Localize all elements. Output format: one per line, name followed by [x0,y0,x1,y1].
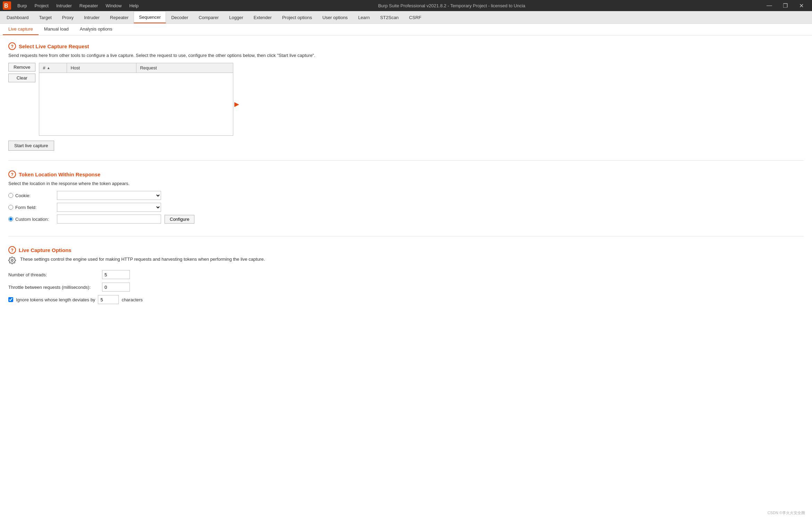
tab-dashboard[interactable]: Dashboard [1,11,34,23]
token-location-section: ? Token Location Within Response Select … [8,170,804,236]
live-capture-options-section: ? Live Capture Options These settings co… [8,246,804,314]
col-host[interactable]: Host [67,63,136,73]
section-title-capture: Select Live Capture Request [19,43,89,49]
section-desc-options: These settings control the engine used f… [20,257,265,262]
menu-help[interactable]: Help [126,2,142,10]
menu-window[interactable]: Window [102,2,125,10]
configure-button[interactable]: Configure [165,215,194,224]
remove-button[interactable]: Remove [8,63,35,72]
cookie-dropdown[interactable] [57,191,161,200]
content-area: ? Select Live Capture Request Send reque… [0,35,812,519]
tab-logger[interactable]: Logger [224,11,248,23]
cookie-label-text: Cookie: [15,193,31,198]
help-icon-token[interactable]: ? [8,170,16,178]
tab-user-options[interactable]: User options [317,11,353,23]
threads-label: Number of threads: [8,272,99,277]
section-title-options: Live Capture Options [19,247,72,253]
gear-icon [8,257,16,264]
menu-burp[interactable]: Burp [14,2,30,10]
window-title: Burp Suite Professional v2021.8.2 - Temp… [142,3,761,8]
token-custom-row: Custom location: Configure [8,215,804,224]
threads-row: Number of threads: [8,270,804,279]
tab-learn[interactable]: Learn [353,11,375,23]
sort-arrow-icon: ▲ [47,66,50,70]
start-live-capture-button[interactable]: Start live capture [8,141,54,151]
tab-comparer[interactable]: Comparer [193,11,224,23]
section-header-options: ? Live Capture Options [8,246,804,254]
orange-arrow-icon: ▶ [234,100,239,108]
ignore-tokens-suffix: characters [122,297,143,302]
menu-repeater[interactable]: Repeater [76,2,101,10]
ignore-tokens-label: Ignore tokens whose length deviates by [16,297,95,302]
token-formfield-row: Form field: [8,203,804,212]
start-capture-area: Start live capture [8,141,804,151]
capture-table-area: Remove Clear # ▲ Host Request [8,63,804,136]
table-body: ▶ [39,73,233,135]
tab-intruder[interactable]: Intruder [79,11,105,23]
tab-st2scan[interactable]: ST2Scan [375,11,404,23]
gear-icon-wrap [8,257,16,264]
menu-project[interactable]: Project [31,2,52,10]
section-desc-capture: Send requests here from other tools to c… [8,53,804,58]
capture-table-buttons: Remove Clear [8,63,35,82]
burp-logo-icon: B [3,1,11,10]
col-request-label: Request [140,65,157,70]
tab-project-options[interactable]: Project options [277,11,317,23]
section-title-token: Token Location Within Response [19,171,100,177]
tab-decoder[interactable]: Decoder [166,11,193,23]
svg-point-2 [11,259,13,261]
token-cookie-row: Cookie: [8,191,804,200]
window-controls: — ❐ ✕ [761,0,809,11]
ignore-tokens-row: Ignore tokens whose length deviates by c… [8,295,804,304]
section-header-token: ? Token Location Within Response [8,170,804,178]
minimize-button[interactable]: — [761,0,777,11]
cookie-radio[interactable] [8,193,13,198]
custom-label[interactable]: Custom location: [8,217,53,222]
options-form: Number of threads: Throttle between requ… [8,270,804,304]
tab-proxy[interactable]: Proxy [57,11,79,23]
clear-button[interactable]: Clear [8,74,35,82]
col-hash-label: # [43,65,45,70]
ignore-tokens-checkbox[interactable] [8,297,13,302]
menu-intruder[interactable]: Intruder [53,2,75,10]
ignore-tokens-input[interactable] [98,295,119,304]
throttle-row: Throttle between requests (milliseconds)… [8,283,804,292]
section-desc-token: Select the location in the response wher… [8,181,804,186]
close-button[interactable]: ✕ [793,0,809,11]
tab-sequencer[interactable]: Sequencer [134,11,166,23]
formfield-label[interactable]: Form field: [8,205,53,210]
formfield-dropdown[interactable] [57,203,161,212]
maximize-button[interactable]: ❐ [777,0,793,11]
title-bar: B Burp Project Intruder Repeater Window … [0,0,812,11]
help-icon-options[interactable]: ? [8,246,16,254]
subtab-live-capture[interactable]: Live capture [3,24,39,35]
formfield-label-text: Form field: [15,205,36,210]
tab-target[interactable]: Target [34,11,57,23]
tab-extender[interactable]: Extender [249,11,277,23]
main-nav: Dashboard Target Proxy Intruder Repeater… [0,11,812,24]
threads-input[interactable] [102,270,130,279]
throttle-input[interactable] [102,283,130,292]
token-form: Cookie: Form field: [8,191,804,224]
col-host-label: Host [70,65,80,70]
svg-text:B: B [4,3,8,9]
custom-label-text: Custom location: [15,217,49,222]
throttle-label: Throttle between requests (milliseconds)… [8,285,99,290]
cookie-label[interactable]: Cookie: [8,193,53,198]
section-header-capture: ? Select Live Capture Request [8,42,804,50]
subtab-manual-load[interactable]: Manual load [39,24,74,35]
help-icon-capture[interactable]: ? [8,42,16,50]
formfield-radio[interactable] [8,205,13,210]
custom-location-input[interactable] [57,215,161,224]
custom-radio[interactable] [8,217,13,221]
col-hash[interactable]: # ▲ [39,63,67,73]
title-bar-menu: Burp Project Intruder Repeater Window He… [14,2,142,10]
table-header: # ▲ Host Request [39,63,233,73]
sub-nav: Live capture Manual load Analysis option… [0,24,812,35]
live-capture-request-section: ? Select Live Capture Request Send reque… [8,42,804,161]
tab-csrf[interactable]: CSRF [404,11,426,23]
subtab-analysis-options[interactable]: Analysis options [74,24,118,35]
col-request[interactable]: Request [136,63,233,73]
requests-table: # ▲ Host Request ▶ [39,63,233,136]
tab-repeater[interactable]: Repeater [105,11,134,23]
